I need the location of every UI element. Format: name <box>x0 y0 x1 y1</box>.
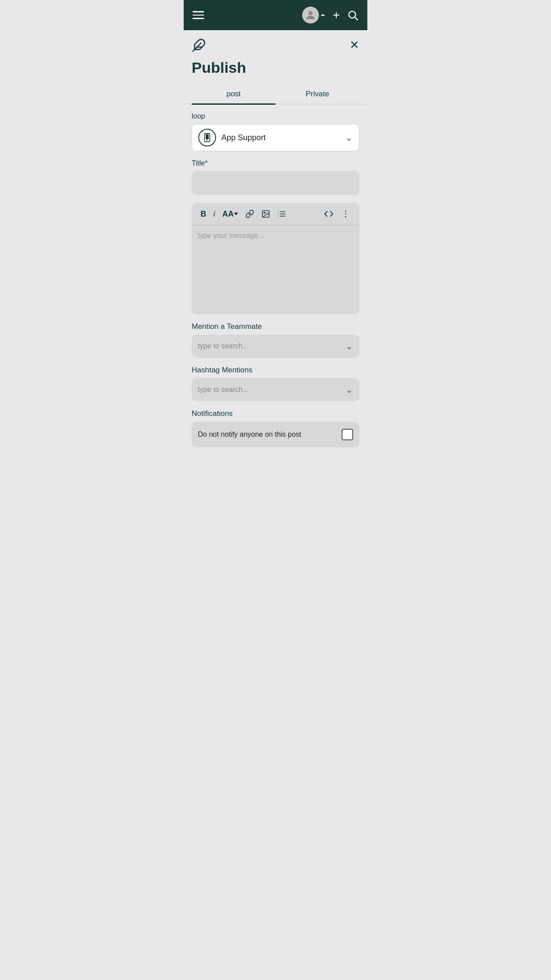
editor-toolbar: B i AA <box>192 203 359 225</box>
title-input[interactable] <box>192 171 359 195</box>
mention-label: Mention a Teammate <box>192 322 359 331</box>
avatar-caret-icon: ✒ <box>321 12 326 19</box>
svg-line-2 <box>355 17 357 20</box>
message-editor[interactable]: type your message... <box>192 225 359 314</box>
code-icon <box>324 209 334 219</box>
notifications-label: Notifications <box>192 409 359 418</box>
loop-dropdown-caret-icon: ⌄ <box>345 132 353 143</box>
image-button[interactable] <box>259 208 273 220</box>
svg-point-0 <box>308 11 312 15</box>
list-button[interactable] <box>275 208 289 220</box>
phone-icon <box>203 133 212 142</box>
tabs-container: post Private <box>184 84 367 104</box>
svg-point-7 <box>207 140 208 141</box>
font-size-caret-icon <box>234 212 238 216</box>
image-icon <box>261 209 270 218</box>
svg-point-18 <box>345 216 346 217</box>
publish-title: Publish <box>192 59 359 76</box>
form-content: loop App Support ⌄ Title* B i <box>192 104 359 455</box>
svg-rect-6 <box>206 134 209 140</box>
more-icon <box>341 209 350 219</box>
svg-point-16 <box>345 210 346 212</box>
notification-box: Do not notify anyone on this post <box>192 422 359 447</box>
do-not-notify-text: Do not notify anyone on this post <box>198 431 301 439</box>
user-avatar-icon <box>304 9 317 21</box>
editor-placeholder: type your message... <box>198 232 264 239</box>
panel-header: ✕ <box>192 38 359 55</box>
code-button[interactable] <box>321 207 336 221</box>
svg-point-17 <box>345 213 346 215</box>
tab-private[interactable]: Private <box>276 84 359 104</box>
search-button[interactable] <box>347 9 358 21</box>
link-icon <box>245 209 254 218</box>
italic-button[interactable]: i <box>211 208 218 221</box>
top-navigation: ✒ + <box>184 0 367 30</box>
loop-app-icon <box>198 129 216 146</box>
hashtag-caret-icon: ⌄ <box>346 384 353 395</box>
hashtag-placeholder: type to search... <box>198 386 248 394</box>
font-size-button[interactable]: AA <box>220 208 241 221</box>
do-not-notify-checkbox[interactable] <box>342 429 353 440</box>
mention-caret-icon: ⌄ <box>346 341 353 352</box>
list-icon <box>277 209 286 218</box>
loop-label: loop <box>192 112 359 120</box>
loop-dropdown[interactable]: App Support ⌄ <box>192 124 359 151</box>
hamburger-menu-button[interactable] <box>193 11 204 19</box>
hashtag-dropdown[interactable]: type to search... ⌄ <box>192 378 359 401</box>
editor-container: B i AA <box>192 203 359 314</box>
more-options-button[interactable] <box>338 207 353 221</box>
svg-point-1 <box>349 11 355 18</box>
mention-dropdown[interactable]: type to search... ⌄ <box>192 335 359 358</box>
loop-selected-value: App Support <box>198 129 266 146</box>
tab-post[interactable]: post <box>192 84 276 104</box>
mention-placeholder: type to search... <box>198 342 248 350</box>
hashtag-label: Hashtag Mentions <box>192 366 359 375</box>
title-label: Title* <box>192 159 359 167</box>
svg-point-9 <box>264 212 265 213</box>
loop-name: App Support <box>221 133 266 142</box>
publish-panel: ✕ Publish post Private loop App Support … <box>184 30 367 455</box>
link-button[interactable] <box>243 208 257 220</box>
feather-icon <box>192 38 206 55</box>
avatar-dropdown[interactable]: ✒ <box>302 7 326 24</box>
add-button[interactable]: + <box>333 9 340 21</box>
close-button[interactable]: ✕ <box>350 38 359 52</box>
bold-button[interactable]: B <box>198 208 209 221</box>
avatar-button[interactable] <box>302 7 319 24</box>
